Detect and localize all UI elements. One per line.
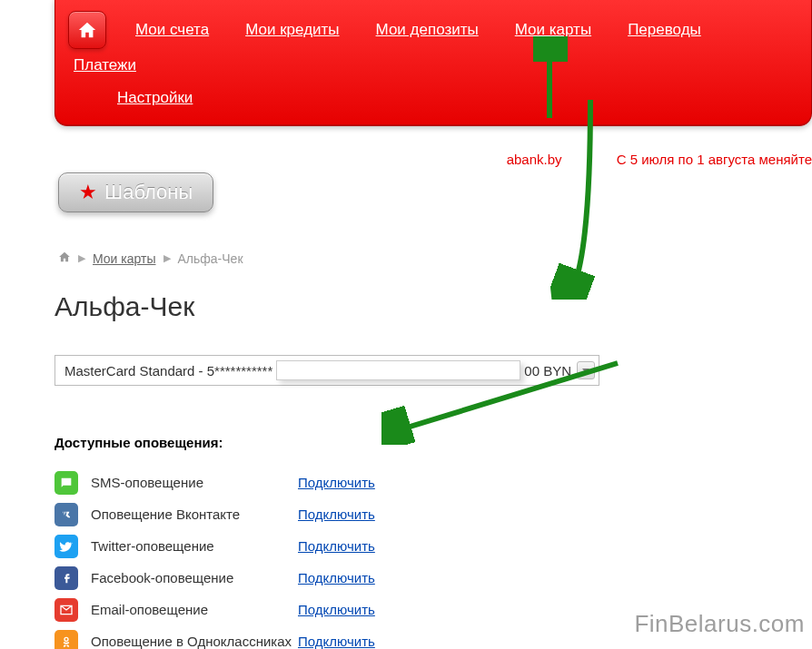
breadcrumb-my-cards[interactable]: Мои карты — [93, 251, 156, 266]
page-title: Альфа-Чек — [54, 291, 812, 322]
connect-link[interactable]: Подключить — [298, 506, 375, 522]
notif-label: SMS-оповещение — [91, 475, 298, 490]
card-select[interactable]: MasterCard Standard - 5*********** 00 BY… — [54, 355, 599, 386]
list-item: Twitter-оповещение Подключить — [54, 530, 812, 562]
home-button[interactable] — [68, 11, 106, 49]
mail-icon — [54, 598, 78, 622]
chevron-down-icon[interactable] — [577, 361, 595, 379]
connect-link[interactable]: Подключить — [298, 475, 375, 490]
watermark: FinBelarus.com — [634, 610, 805, 638]
connect-link[interactable]: Подключить — [298, 602, 375, 617]
vk-icon — [54, 503, 78, 526]
news-ticker: abank.by С 5 июля по 1 августа меняйте — [0, 152, 812, 167]
facebook-icon — [54, 566, 78, 590]
notif-label: Оповещение Вконтакте — [91, 506, 298, 522]
nav-my-cards[interactable]: Мои карты — [497, 14, 609, 46]
notif-label: Twitter-оповещение — [91, 538, 298, 554]
connect-link[interactable]: Подключить — [298, 634, 375, 649]
breadcrumb-sep-icon: ▶ — [163, 252, 171, 264]
card-select-masked — [276, 360, 520, 380]
nav-my-credits[interactable]: Мои кредиты — [227, 14, 357, 46]
nav-payments[interactable]: Платежи — [55, 49, 154, 82]
breadcrumb-sep-icon: ▶ — [78, 252, 85, 264]
notifications-heading: Доступные оповещения: — [54, 435, 812, 450]
list-item: SMS-оповещение Подключить — [54, 467, 812, 498]
star-icon: ★ — [79, 181, 97, 204]
ticker-text-1: abank.by — [507, 152, 562, 167]
sms-icon — [54, 471, 78, 495]
list-item: Facebook-оповещение Подключить — [54, 562, 812, 594]
top-nav: Мои счета Мои кредиты Мои депозиты Мои к… — [54, 0, 812, 126]
connect-link[interactable]: Подключить — [298, 570, 375, 585]
connect-link[interactable]: Подключить — [298, 538, 375, 554]
card-select-suffix: 00 BYN — [524, 363, 571, 379]
nav-my-deposits[interactable]: Мои депозиты — [358, 14, 497, 46]
notif-label: Email-оповещение — [91, 602, 298, 617]
breadcrumb-home-icon[interactable] — [58, 251, 71, 266]
nav-transfers[interactable]: Переводы — [609, 14, 719, 46]
odnoklassniki-icon — [54, 630, 78, 650]
nav-settings[interactable]: Настройки — [117, 82, 211, 114]
notif-label: Оповещение в Одноклассниках — [91, 634, 298, 649]
ticker-text-2: С 5 июля по 1 августа меняйте — [617, 152, 812, 167]
nav-my-accounts[interactable]: Мои счета — [117, 14, 227, 46]
list-item: Оповещение Вконтакте Подключить — [54, 498, 812, 530]
card-select-prefix: MasterCard Standard - 5*********** — [64, 363, 272, 379]
home-icon — [77, 20, 97, 40]
templates-button-label: Шаблоны — [104, 181, 193, 204]
templates-button[interactable]: ★ Шаблоны — [58, 172, 213, 212]
twitter-icon — [54, 535, 78, 558]
notif-label: Facebook-оповещение — [91, 570, 298, 585]
breadcrumb: ▶ Мои карты ▶ Альфа-Чек — [58, 251, 812, 266]
breadcrumb-current: Альфа-Чек — [178, 251, 243, 266]
